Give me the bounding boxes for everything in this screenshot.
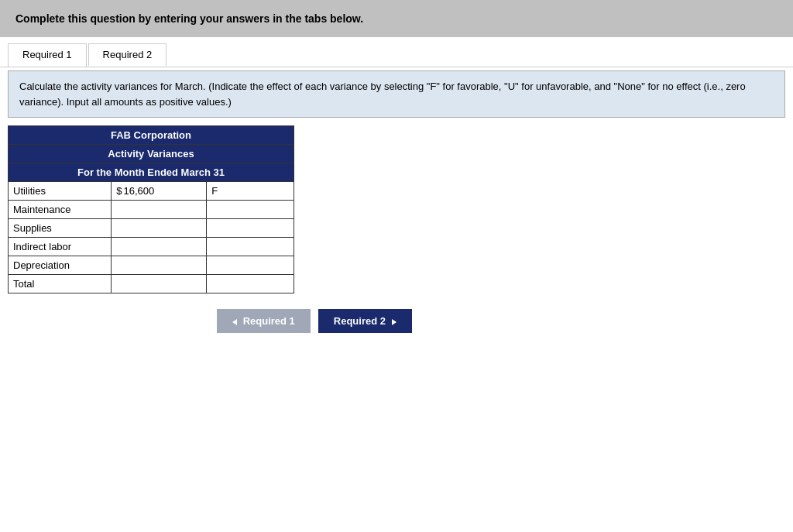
nav-buttons: Required 1 Required 2 — [0, 309, 793, 333]
variance-table: FAB Corporation Activity Variances For t… — [8, 125, 294, 293]
row-label: Depreciation — [9, 256, 112, 275]
tab-required1[interactable]: Required 1 — [8, 43, 87, 67]
table-row: Supplies — [9, 219, 294, 238]
type-input[interactable] — [211, 204, 289, 215]
amount-input[interactable] — [116, 222, 201, 234]
row-label: Utilities — [9, 182, 112, 201]
type-input[interactable] — [211, 222, 289, 234]
table-row: Depreciation — [9, 256, 294, 275]
amount-input[interactable] — [123, 185, 201, 197]
type-input[interactable] — [211, 259, 289, 271]
instructions-box: Calculate the activity variances for Mar… — [8, 70, 785, 118]
header-banner: Complete this question by entering your … — [0, 0, 793, 37]
type-input[interactable] — [211, 241, 289, 252]
row-label: Maintenance — [9, 201, 112, 219]
prev-arrow-icon — [232, 319, 237, 325]
table-row: Maintenance — [9, 201, 294, 219]
next-arrow-icon — [392, 319, 396, 325]
tab-required2[interactable]: Required 2 — [88, 43, 167, 67]
table-row: Utilities$ — [9, 182, 294, 201]
table-row: Total — [9, 275, 294, 293]
table-title1: FAB Corporation — [9, 126, 294, 145]
table-title2: Activity Variances — [9, 145, 294, 163]
next-button-label: Required 2 — [334, 315, 386, 327]
prev-button[interactable]: Required 1 — [217, 309, 311, 333]
type-input[interactable] — [211, 278, 289, 290]
dollar-sign: $ — [116, 185, 123, 197]
amount-input[interactable] — [116, 204, 201, 215]
instructions-text: Calculate the activity variances for Mar… — [19, 81, 746, 108]
content-area: FAB Corporation Activity Variances For t… — [0, 125, 793, 293]
prev-button-label: Required 1 — [243, 315, 295, 327]
table-row: Indirect labor — [9, 238, 294, 256]
row-label: Indirect labor — [9, 238, 112, 256]
tabs-container: Required 1 Required 2 — [0, 37, 793, 67]
header-text: Complete this question by entering your … — [15, 12, 363, 25]
amount-input[interactable] — [116, 278, 201, 290]
table-title3: For the Month Ended March 31 — [9, 163, 294, 182]
row-label: Supplies — [9, 219, 112, 238]
amount-input[interactable] — [116, 259, 201, 271]
next-button[interactable]: Required 2 — [318, 309, 412, 333]
row-label: Total — [9, 275, 112, 293]
type-input[interactable] — [211, 185, 289, 197]
amount-input[interactable] — [116, 241, 201, 252]
